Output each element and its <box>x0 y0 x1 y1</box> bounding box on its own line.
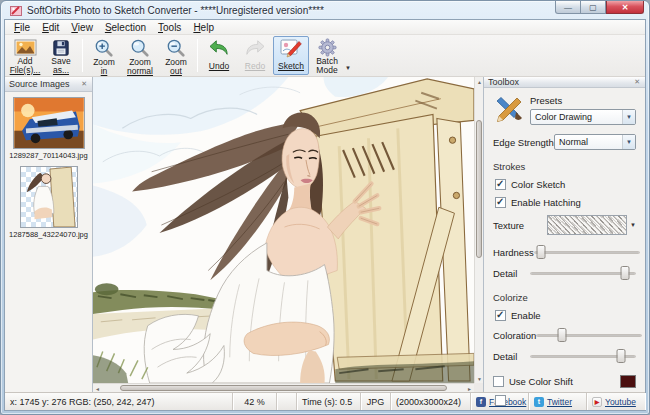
youtube-link[interactable]: ▶ Youtube <box>587 393 645 410</box>
colorize-detail-slider[interactable] <box>530 348 636 364</box>
toolbar-overflow-icon[interactable]: ▼ <box>345 65 353 75</box>
app-body: File Edit View Selection Tools Help AddF… <box>4 19 646 411</box>
sketch-button[interactable]: Sketch <box>273 36 309 75</box>
maximize-button[interactable]: ▢ <box>581 1 606 14</box>
vertical-scrollbar[interactable]: ▲ ▼ <box>474 77 483 383</box>
source-panel-close-icon[interactable]: ✕ <box>80 80 88 88</box>
zoom-out-label-2: out <box>170 67 182 76</box>
presets-dropdown[interactable]: Color Drawing ▼ <box>530 109 636 125</box>
color-shift-swatch[interactable] <box>620 375 636 388</box>
colorize-detail-label: Detail <box>493 351 517 362</box>
use-color-shift-checkbox[interactable] <box>493 376 504 387</box>
scrollbar-corner <box>474 383 483 392</box>
toolbar-separator <box>197 39 198 72</box>
sketch-label: Sketch <box>278 62 304 71</box>
hardness-slider-thumb[interactable] <box>537 245 546 259</box>
menu-edit[interactable]: Edit <box>36 21 65 34</box>
youtube-link-label[interactable]: Youtube <box>605 397 636 407</box>
add-files-button[interactable]: AddFile(s)... <box>7 36 43 75</box>
titlebar: SoftOrbits Photo to Sketch Converter - *… <box>4 1 646 19</box>
gear-icon <box>318 38 337 57</box>
scroll-left-icon[interactable]: ◄ <box>93 384 102 393</box>
batch-mode-label-2: Mode <box>316 66 337 75</box>
menubar: File Edit View Selection Tools Help <box>5 20 645 35</box>
cursor-info: x: 1745 y: 276 RGB: (250, 242, 247) <box>5 393 233 410</box>
twitter-icon: t <box>534 397 544 407</box>
normalize-histogram-checkbox[interactable] <box>495 395 506 406</box>
zoom-in-button[interactable]: Zoomin <box>86 36 122 75</box>
app-window: SoftOrbits Photo to Sketch Converter - *… <box>0 0 650 415</box>
strokes-section-label: Strokes <box>493 161 636 172</box>
twitter-link-label[interactable]: Twitter <box>547 397 572 407</box>
save-icon <box>52 38 70 57</box>
hardness-slider[interactable] <box>534 244 640 260</box>
thumbnail-list: 1289287_70114043.jpg 1287588_43224070.jp… <box>5 92 92 245</box>
coloration-slider[interactable] <box>536 327 642 343</box>
detail-label: Detail <box>493 268 517 279</box>
add-files-label-2: File(s)... <box>10 66 41 75</box>
statusbar: x: 1745 y: 276 RGB: (250, 242, 247) 42 %… <box>5 392 645 410</box>
color-sketch-checkbox[interactable] <box>495 179 506 190</box>
enable-hatching-checkbox[interactable] <box>495 197 506 208</box>
scroll-up-icon[interactable]: ▲ <box>475 77 484 86</box>
menu-selection[interactable]: Selection <box>99 21 152 34</box>
sketch-image[interactable] <box>93 77 474 383</box>
zoom-level: 42 % <box>233 393 277 410</box>
redo-label: Redo <box>245 62 265 71</box>
texture-dropdown-icon[interactable]: ▼ <box>630 222 636 228</box>
window-controls: — ▢ ✕ <box>555 2 644 19</box>
undo-label: Undo <box>209 62 229 71</box>
zoom-out-button[interactable]: Zoomout <box>158 36 194 75</box>
source-panel-header: Source Images ✕ <box>5 77 92 92</box>
image-dimensions: (2000x3000x24) <box>391 393 471 410</box>
save-as-label-2: as... <box>53 66 69 75</box>
enable-hatching-label: Enable Hatching <box>511 197 581 208</box>
toolbox-header: Toolbox ✕ <box>484 77 645 88</box>
close-button[interactable]: ✕ <box>606 1 644 14</box>
horizontal-scroll-thumb[interactable] <box>120 385 448 391</box>
presets-value: Color Drawing <box>531 112 622 122</box>
pencil-brush-icon <box>493 95 523 123</box>
thumbnail-sketch[interactable] <box>20 166 78 228</box>
canvas-area: ▲ ▼ ◄ ► <box>93 77 483 392</box>
facebook-icon: f <box>476 397 486 407</box>
source-panel-title: Source Images <box>9 79 70 89</box>
zoom-in-icon <box>94 38 114 58</box>
hardness-label: Hardness <box>493 247 534 258</box>
twitter-link[interactable]: t Twitter <box>529 393 587 410</box>
minimize-button[interactable]: — <box>555 1 581 14</box>
scroll-down-icon[interactable]: ▼ <box>475 374 484 383</box>
file-format: JPG <box>361 393 391 410</box>
undo-button[interactable]: Undo <box>201 36 237 75</box>
detail-slider[interactable] <box>530 265 636 281</box>
texture-swatch[interactable] <box>547 215 627 235</box>
zoom-normal-button[interactable]: Zoomnormal <box>122 36 158 75</box>
toolbox-close-icon[interactable]: ✕ <box>633 78 641 86</box>
edge-strength-value: Normal <box>555 137 622 147</box>
chevron-down-icon: ▼ <box>622 135 635 149</box>
detail-slider-thumb[interactable] <box>621 266 630 280</box>
add-files-icon <box>14 38 37 57</box>
colorize-detail-slider-thumb[interactable] <box>617 349 626 363</box>
redo-button[interactable]: Redo <box>237 36 273 75</box>
source-images-panel: Source Images ✕ <box>5 77 93 392</box>
zoom-normal-label-2: normal <box>127 67 153 76</box>
colorize-enable-checkbox[interactable] <box>495 310 506 321</box>
menu-file[interactable]: File <box>8 21 36 34</box>
presets-label: Presets <box>530 95 636 106</box>
youtube-icon: ▶ <box>592 397 602 407</box>
edge-strength-dropdown[interactable]: Normal ▼ <box>554 134 636 150</box>
menu-view[interactable]: View <box>65 21 99 34</box>
vertical-scroll-thumb[interactable] <box>476 120 482 258</box>
thumbnail-truck[interactable] <box>13 97 85 149</box>
coloration-slider-thumb[interactable] <box>557 328 566 342</box>
chevron-down-icon: ▼ <box>622 110 635 124</box>
horizontal-scrollbar[interactable]: ◄ ► <box>93 383 474 392</box>
batch-mode-button[interactable]: BatchMode <box>309 36 345 75</box>
edge-strength-label: Edge Strength <box>493 137 554 148</box>
menu-help[interactable]: Help <box>187 21 220 34</box>
scroll-right-icon[interactable]: ► <box>465 384 474 393</box>
toolbox-title: Toolbox <box>488 77 519 87</box>
menu-tools[interactable]: Tools <box>152 21 187 34</box>
save-as-button[interactable]: Saveas... <box>43 36 79 75</box>
